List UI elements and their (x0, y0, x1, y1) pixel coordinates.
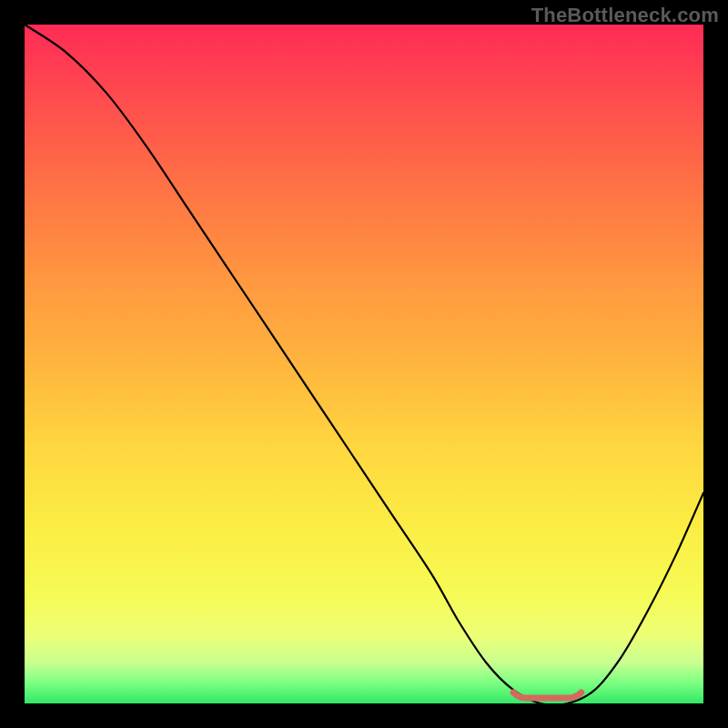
curve-svg (25, 25, 703, 703)
chart-stage: TheBottleneck.com (0, 0, 728, 728)
bottleneck-curve-path (25, 25, 703, 705)
flat-region-highlight (513, 693, 581, 698)
plot-area (25, 25, 703, 703)
